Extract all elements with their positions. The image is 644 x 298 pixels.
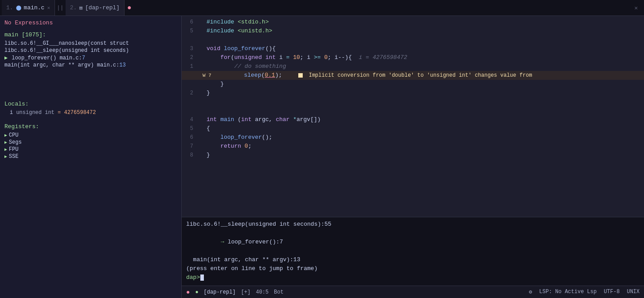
call-stack-item[interactable]: main(int argc, char ** argv) main.c:13 bbox=[4, 62, 177, 69]
code-line: 7 return 0; bbox=[182, 142, 644, 151]
status-tab-label: [dap-repl] bbox=[204, 289, 236, 295]
line-number: 2 bbox=[182, 53, 198, 62]
locals-section: Locals: i unsigned int = 4276598472 bbox=[0, 97, 181, 120]
code-line-warn: W 7 sleep(0.1); Implicit conversion from… bbox=[182, 71, 644, 80]
var-type: unsigned int bbox=[16, 110, 58, 116]
warning-square-icon bbox=[298, 73, 303, 78]
line-content: return 0; bbox=[207, 142, 644, 151]
line-content: int main (int argc, char *argv[]) bbox=[207, 115, 644, 124]
register-label: CPU bbox=[9, 132, 19, 138]
terminal-line[interactable]: → loop_forever():7 bbox=[186, 229, 640, 255]
line-content: sleep(0.1); Implicit conversion from 'do… bbox=[216, 71, 644, 80]
triangle-icon: ▶ bbox=[4, 147, 7, 152]
register-cpu[interactable]: ▶ CPU bbox=[4, 132, 177, 139]
terminal-line[interactable]: main(int argc, char ** argv):13 bbox=[186, 255, 640, 264]
status-bar: ● ● [dap-repl] [+] 40:5 Bot ⚙ LSP: No Ac… bbox=[182, 286, 644, 298]
stack-frame-text: main(int argc, char ** argv) main.c: bbox=[4, 62, 119, 68]
terminal-content: libc.so.6!__sleep(unsigned int seconds):… bbox=[182, 217, 644, 286]
stack-frame-text: loop_forever() main.c: bbox=[12, 55, 82, 61]
register-fpu[interactable]: ▶ FPU bbox=[4, 146, 177, 153]
var-value: = 4276598472 bbox=[58, 110, 96, 116]
code-line: 5 { bbox=[182, 124, 644, 133]
c-icon: ⬤ bbox=[16, 5, 21, 11]
status-scroll: Bot bbox=[274, 289, 284, 295]
tab-number: 1. bbox=[6, 4, 13, 11]
local-variable: i unsigned int = 4276598472 bbox=[4, 109, 177, 116]
tab-dap-repl[interactable]: 2. ▤ [dap-repl] bbox=[66, 0, 125, 16]
registers-section: Registers: ▶ CPU ▶ Segs ▶ FPU ▶ SSE bbox=[0, 120, 181, 164]
line-number: 2 bbox=[182, 89, 198, 98]
stack-frame-text: libc.so.6!__GI___nanosleep(const struct bbox=[4, 40, 129, 47]
line-marker-warn: W 7 bbox=[198, 71, 216, 80]
code-line: 6 #include <stdio.h> bbox=[182, 18, 644, 27]
stack-frame-text: libc.so.6!__sleep(unsigned int seconds) bbox=[4, 47, 129, 54]
status-line-ending: UNIX bbox=[627, 289, 640, 295]
status-green-dot-icon: ● bbox=[195, 289, 198, 295]
terminal-prompt[interactable]: dap> bbox=[186, 273, 640, 282]
tab-separator: || bbox=[55, 4, 66, 11]
line-number: 8 bbox=[182, 151, 198, 160]
code-line: 2 for(unsigned int i = 10; i >= 0; i--){… bbox=[182, 53, 644, 62]
tab-label: main.c bbox=[24, 4, 45, 11]
register-label: FPU bbox=[9, 146, 19, 153]
close-window-icon[interactable]: ✕ bbox=[630, 4, 642, 12]
right-panel: 6 #include <stdio.h> 5 #include <unistd.… bbox=[182, 16, 644, 298]
unsaved-dot: ● bbox=[127, 4, 132, 12]
line-number: 6 bbox=[182, 18, 198, 27]
tab-number-2: 2. bbox=[70, 4, 77, 11]
var-name: i bbox=[10, 110, 16, 116]
code-line bbox=[182, 106, 644, 115]
code-line: 5 #include <unistd.h> bbox=[182, 27, 644, 35]
line-number: 1 bbox=[182, 62, 198, 71]
code-line: 2 } bbox=[182, 89, 644, 98]
line-content: { bbox=[207, 124, 644, 133]
line-number: 6 bbox=[182, 133, 198, 142]
tab-main-c[interactable]: 1. ⬤ main.c ✕ bbox=[2, 0, 55, 16]
warning-text: Implicit conversion from 'double' to 'un… bbox=[305, 72, 532, 78]
code-line: 8 } bbox=[182, 151, 644, 160]
line-number: 4 bbox=[182, 115, 198, 124]
code-editor[interactable]: 6 #include <stdio.h> 5 #include <unistd.… bbox=[182, 16, 644, 217]
terminal-panel[interactable]: libc.so.6!__sleep(unsigned int seconds):… bbox=[182, 217, 644, 286]
call-stack-item-active[interactable]: ▶ loop_forever() main.c:7 bbox=[4, 54, 177, 62]
left-panel: No Expressions main [1075]: libc.so.6!__… bbox=[0, 16, 182, 298]
prompt-text: dap> bbox=[186, 273, 200, 282]
register-segs[interactable]: ▶ Segs bbox=[4, 139, 177, 146]
call-stack-item[interactable]: libc.so.6!__GI___nanosleep(const struct bbox=[4, 40, 177, 47]
tab-close-icon[interactable]: ✕ bbox=[47, 5, 50, 11]
triangle-icon: ▶ bbox=[4, 140, 7, 145]
register-sse[interactable]: ▶ SSE bbox=[4, 153, 177, 160]
line-content: } bbox=[207, 80, 644, 89]
line-number: 7 bbox=[182, 142, 198, 151]
line-content: for(unsigned int i = 10; i >= 0; i--){ i… bbox=[207, 53, 644, 62]
call-stack-section: main [1075]: libc.so.6!__GI___nanosleep(… bbox=[0, 30, 181, 71]
line-content: // do something bbox=[207, 62, 644, 71]
terminal-arrow-icon: → bbox=[221, 239, 228, 245]
code-line: 6 loop_forever(); bbox=[182, 133, 644, 142]
status-right-group: ⚙ LSP: No Active Lsp UTF-8 UNIX bbox=[529, 289, 640, 295]
call-stack-item[interactable]: libc.so.6!__sleep(unsigned int seconds) bbox=[4, 47, 177, 54]
tab-bar: 1. ⬤ main.c ✕ || 2. ▤ [dap-repl] ● ✕ bbox=[0, 0, 644, 16]
line-content: void loop_forever(){ bbox=[207, 44, 644, 53]
terminal-line: (press enter on line to jump to frame) bbox=[186, 264, 640, 273]
code-line: 1 // do something bbox=[182, 62, 644, 71]
stack-frame-file-ref: 7 bbox=[82, 55, 85, 61]
line-content: #include <unistd.h> bbox=[207, 27, 644, 35]
status-buffer-flag: [+] bbox=[241, 289, 251, 295]
active-arrow-icon: ▶ bbox=[4, 55, 8, 61]
locals-header: Locals: bbox=[4, 101, 177, 107]
tab-label-2: [dap-repl] bbox=[85, 4, 120, 11]
line-content: loop_forever(); bbox=[207, 133, 644, 142]
no-expressions-label: No Expressions bbox=[4, 20, 177, 26]
code-line: } bbox=[182, 80, 644, 89]
triangle-icon: ▶ bbox=[4, 133, 7, 138]
triangle-icon: ▶ bbox=[4, 154, 7, 159]
expressions-section: No Expressions bbox=[0, 16, 181, 30]
line-number: 5 bbox=[182, 124, 198, 133]
status-dot-icon: ● bbox=[186, 289, 190, 296]
code-line: 4 int main (int argc, char *argv[]) bbox=[182, 115, 644, 124]
main-area: No Expressions main [1075]: libc.so.6!__… bbox=[0, 16, 644, 298]
gear-icon: ⚙ bbox=[529, 289, 532, 295]
code-line bbox=[182, 35, 644, 44]
line-content: } bbox=[207, 151, 644, 160]
